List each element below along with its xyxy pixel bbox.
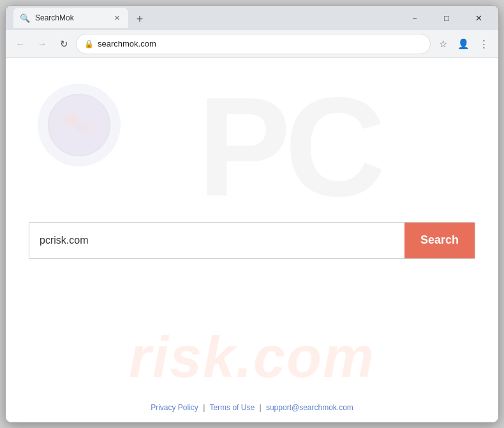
support-email-link[interactable]: support@searchmok.com <box>266 403 353 412</box>
svg-point-0 <box>48 94 110 156</box>
new-tab-button[interactable]: + <box>131 10 149 28</box>
bookmark-button[interactable]: ☆ <box>433 34 452 54</box>
address-actions: ☆ 👤 ⋮ <box>433 34 493 54</box>
page-content: PC risk.com Search Privacy Policy | Term… <box>6 58 498 422</box>
search-button[interactable]: Search <box>404 223 475 258</box>
footer-separator-1: | <box>203 403 205 412</box>
url-bar[interactable]: 🔒 searchmok.com <box>76 34 431 54</box>
profile-button[interactable]: 👤 <box>454 34 473 54</box>
search-input[interactable] <box>29 223 404 258</box>
watermark-pc-text: PC <box>197 77 380 218</box>
search-container: Search <box>29 222 475 259</box>
terms-of-use-link[interactable]: Terms of Use <box>209 403 255 412</box>
close-button[interactable]: ✕ <box>464 8 493 27</box>
window-controls: − □ ✕ <box>400 8 493 27</box>
svg-point-1 <box>64 114 79 126</box>
tabs-area: 🔍 SearchMok ✕ + <box>11 8 397 28</box>
maximize-button[interactable]: □ <box>432 8 461 27</box>
menu-button[interactable]: ⋮ <box>474 34 493 54</box>
footer-separator-2: | <box>259 403 261 412</box>
minimize-button[interactable]: − <box>400 8 429 27</box>
tab-close-button[interactable]: ✕ <box>112 13 122 23</box>
title-bar: 🔍 SearchMok ✕ + − □ ✕ <box>6 6 498 30</box>
browser-window: 🔍 SearchMok ✕ + − □ ✕ ← → ↻ 🔒 searchmok.… <box>5 5 499 423</box>
tab-favicon: 🔍 <box>20 13 30 23</box>
refresh-button[interactable]: ↻ <box>54 34 73 54</box>
active-tab[interactable]: 🔍 SearchMok ✕ <box>13 8 128 28</box>
url-text: searchmok.com <box>98 39 422 48</box>
svg-point-2 <box>76 123 89 133</box>
address-bar: ← → ↻ 🔒 searchmok.com ☆ 👤 ⋮ <box>6 30 498 58</box>
privacy-policy-link[interactable]: Privacy Policy <box>151 403 198 412</box>
svg-point-3 <box>48 94 110 156</box>
tab-title: SearchMok <box>35 13 107 22</box>
page-footer: Privacy Policy | Terms of Use | support@… <box>6 403 498 412</box>
back-button[interactable]: ← <box>11 34 30 54</box>
lock-icon: 🔒 <box>84 40 94 48</box>
watermark-risk-text: risk.com <box>129 325 375 390</box>
forward-button[interactable]: → <box>33 34 52 54</box>
watermark-logo <box>38 84 121 166</box>
